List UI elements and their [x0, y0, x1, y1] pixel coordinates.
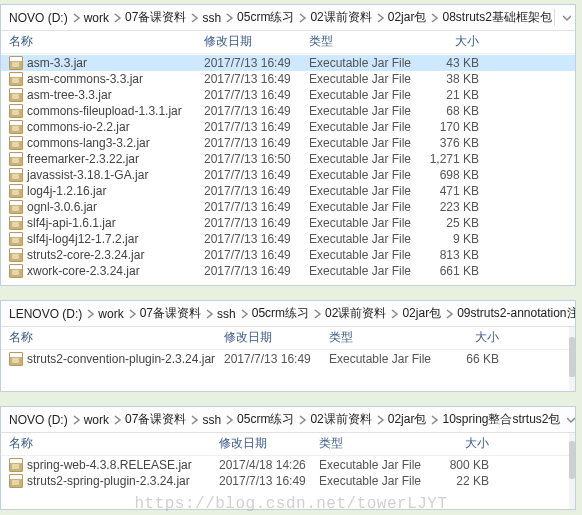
file-date: 2017/7/13 16:50 [204, 152, 309, 166]
crumb[interactable]: 02课前资料 [325, 305, 386, 322]
file-size: 38 KB [419, 72, 479, 86]
file-size: 66 KB [439, 352, 499, 366]
file-type: Executable Jar File [309, 120, 419, 134]
crumb[interactable]: 08struts2基础框架包 [442, 9, 551, 26]
header-date[interactable]: 修改日期 [219, 435, 319, 452]
header-size[interactable]: 大小 [439, 329, 499, 346]
header-name[interactable]: 名称 [9, 33, 204, 50]
refresh-icon[interactable] [571, 10, 575, 26]
header-type[interactable]: 类型 [329, 329, 439, 346]
crumb[interactable]: 02课前资料 [310, 9, 371, 26]
breadcrumb[interactable]: NOVO (D:) work 07备课资料 ssh 05crm练习 02课前资料… [1, 5, 575, 31]
file-name: xwork-core-2.3.24.jar [27, 264, 140, 278]
file-row[interactable]: struts2-spring-plugin-2.3.24.jar2017/7/1… [1, 473, 575, 489]
file-date: 2017/7/13 16:49 [204, 120, 309, 134]
crumb[interactable]: 05crm练习 [237, 411, 294, 428]
file-type: Executable Jar File [309, 72, 419, 86]
crumb[interactable]: 02jar包 [388, 9, 427, 26]
file-row[interactable]: commons-io-2.2.jar2017/7/13 16:49Executa… [1, 119, 575, 135]
file-row[interactable]: log4j-1.2.16.jar2017/7/13 16:49Executabl… [1, 183, 575, 199]
crumb[interactable]: ssh [217, 307, 236, 321]
file-date: 2017/7/13 16:49 [204, 248, 309, 262]
crumb[interactable]: work [84, 11, 109, 25]
jar-file-icon [9, 120, 23, 134]
file-row[interactable]: struts2-core-2.3.24.jar2017/7/13 16:49Ex… [1, 247, 575, 263]
header-date[interactable]: 修改日期 [224, 329, 329, 346]
chevron-right-icon [446, 309, 454, 319]
file-name: slf4j-api-1.6.1.jar [27, 216, 116, 230]
file-row[interactable]: slf4j-api-1.6.1.jar2017/7/13 16:49Execut… [1, 215, 575, 231]
breadcrumb[interactable]: NOVO (D:) work 07备课资料 ssh 05crm练习 02课前资料… [1, 407, 575, 433]
file-row[interactable]: freemarker-2.3.22.jar2017/7/13 16:50Exec… [1, 151, 575, 167]
header-date[interactable]: 修改日期 [204, 33, 309, 50]
file-name: ognl-3.0.6.jar [27, 200, 97, 214]
file-row[interactable]: ognl-3.0.6.jar2017/7/13 16:49Executable … [1, 199, 575, 215]
crumb[interactable]: 07备课资料 [125, 9, 186, 26]
file-name: struts2-convention-plugin-2.3.24.jar [27, 352, 215, 366]
file-size: 1,271 KB [419, 152, 479, 166]
search-box[interactable]: 搜索"08struts2基 [554, 9, 575, 26]
explorer-panel-2: LENOVO (D:) work 07备课资料 ssh 05crm练习 02课前… [0, 300, 576, 392]
file-row[interactable]: spring-web-4.3.8.RELEASE.jar2017/4/18 14… [1, 457, 575, 473]
chevron-right-icon [191, 13, 199, 23]
jar-file-icon [9, 168, 23, 182]
header-size[interactable]: 大小 [419, 33, 479, 50]
file-name: javassist-3.18.1-GA.jar [27, 168, 148, 182]
crumb[interactable]: 02jar包 [402, 305, 441, 322]
explorer-panel-1: NOVO (D:) work 07备课资料 ssh 05crm练习 02课前资料… [0, 4, 576, 286]
file-row[interactable]: slf4j-log4j12-1.7.2.jar2017/7/13 16:49Ex… [1, 231, 575, 247]
scroll-thumb[interactable] [569, 337, 575, 377]
scrollbar[interactable] [569, 433, 575, 509]
header-name[interactable]: 名称 [9, 329, 224, 346]
file-row[interactable]: asm-commons-3.3.jar2017/7/13 16:49Execut… [1, 71, 575, 87]
crumb[interactable]: 02jar包 [388, 411, 427, 428]
crumb[interactable]: 10spring整合strtus2包 [442, 411, 560, 428]
crumb[interactable]: work [84, 413, 109, 427]
file-name: spring-web-4.3.8.RELEASE.jar [27, 458, 192, 472]
file-row[interactable]: commons-lang3-3.2.jar2017/7/13 16:49Exec… [1, 135, 575, 151]
chevron-right-icon [377, 13, 385, 23]
file-date: 2017/7/13 16:49 [219, 474, 319, 488]
chevron-right-icon [299, 415, 307, 425]
chevron-right-icon [129, 309, 137, 319]
file-row[interactable]: asm-tree-3.3.jar2017/7/13 16:49Executabl… [1, 87, 575, 103]
file-size: 698 KB [419, 168, 479, 182]
column-headers: 名称 修改日期 类型 大小 [1, 327, 575, 350]
crumb[interactable]: 09struts2-annotation注解包 [457, 305, 575, 322]
file-type: Executable Jar File [309, 104, 419, 118]
crumb[interactable]: work [98, 307, 123, 321]
file-type: Executable Jar File [319, 474, 429, 488]
crumb[interactable]: ssh [202, 413, 221, 427]
jar-file-icon [9, 200, 23, 214]
crumb[interactable]: LENOVO (D:) [9, 307, 82, 321]
crumb[interactable]: NOVO (D:) [9, 413, 68, 427]
chevron-down-icon[interactable] [567, 416, 575, 424]
crumb[interactable]: 05crm练习 [252, 305, 309, 322]
header-size[interactable]: 大小 [429, 435, 489, 452]
scroll-thumb[interactable] [569, 441, 575, 479]
chevron-right-icon [391, 309, 399, 319]
crumb[interactable]: 07备课资料 [140, 305, 201, 322]
file-row[interactable]: asm-3.3.jar2017/7/13 16:49Executable Jar… [1, 55, 575, 71]
crumb[interactable]: NOVO (D:) [9, 11, 68, 25]
file-row[interactable]: struts2-convention-plugin-2.3.24.jar2017… [1, 351, 575, 367]
file-list: struts2-convention-plugin-2.3.24.jar2017… [1, 350, 575, 391]
chevron-right-icon [431, 13, 439, 23]
header-name[interactable]: 名称 [9, 435, 219, 452]
crumb[interactable]: 02课前资料 [310, 411, 371, 428]
header-type[interactable]: 类型 [319, 435, 429, 452]
crumb[interactable]: 07备课资料 [125, 411, 186, 428]
crumb[interactable]: ssh [202, 11, 221, 25]
file-name: slf4j-log4j12-1.7.2.jar [27, 232, 138, 246]
crumb[interactable]: 05crm练习 [237, 9, 294, 26]
chevron-down-icon[interactable] [563, 14, 571, 22]
column-headers: 名称 修改日期 类型 大小 [1, 31, 575, 54]
file-row[interactable]: xwork-core-2.3.24.jar2017/7/13 16:49Exec… [1, 263, 575, 279]
file-row[interactable]: javassist-3.18.1-GA.jar2017/7/13 16:49Ex… [1, 167, 575, 183]
file-row[interactable]: commons-fileupload-1.3.1.jar2017/7/13 16… [1, 103, 575, 119]
scrollbar[interactable] [569, 327, 575, 391]
header-type[interactable]: 类型 [309, 33, 419, 50]
file-date: 2017/4/18 14:26 [219, 458, 319, 472]
jar-file-icon [9, 88, 23, 102]
breadcrumb[interactable]: LENOVO (D:) work 07备课资料 ssh 05crm练习 02课前… [1, 301, 575, 327]
